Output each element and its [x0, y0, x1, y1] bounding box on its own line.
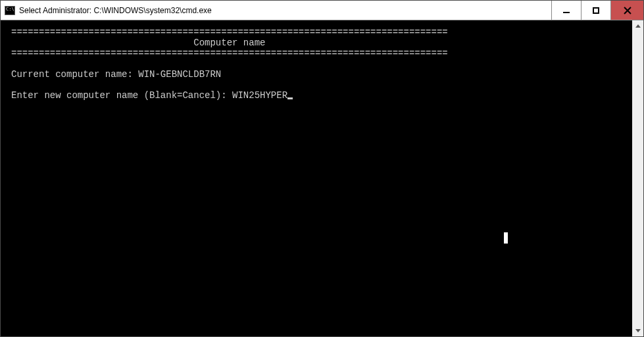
new-name-input[interactable]: WIN25HYPER: [232, 90, 287, 101]
window-controls: [551, 1, 643, 20]
close-icon: [624, 7, 632, 14]
divider-bottom: ========================================…: [11, 48, 448, 59]
window-title: Select Administrator: C:\WINDOWS\system3…: [19, 6, 551, 15]
scrollbar-track[interactable]: [632, 32, 643, 325]
new-name-prompt: Enter new computer name (Blank=Cancel):: [11, 90, 232, 101]
divider-top: ========================================…: [11, 27, 448, 38]
section-header-pad: [11, 38, 193, 48]
window-titlebar[interactable]: Select Administrator: C:\WINDOWS\system3…: [1, 1, 643, 20]
client-area: ========================================…: [1, 20, 643, 336]
chevron-down-icon: [635, 329, 641, 332]
scroll-down-button[interactable]: [632, 325, 643, 336]
cmd-icon: [5, 6, 15, 15]
mouse-text-cursor: [504, 232, 508, 244]
vertical-scrollbar[interactable]: [632, 20, 643, 336]
console-output[interactable]: ========================================…: [1, 20, 632, 336]
maximize-icon: [593, 7, 599, 14]
chevron-up-icon: [635, 24, 641, 28]
close-button[interactable]: [610, 1, 643, 20]
section-header: Computer name: [193, 38, 265, 48]
current-name-value: WIN-GEBNCLDB7RN: [138, 69, 221, 80]
maximize-button[interactable]: [581, 1, 610, 20]
scroll-up-button[interactable]: [632, 20, 643, 32]
text-cursor: [287, 97, 293, 99]
minimize-button[interactable]: [551, 1, 581, 20]
current-name-label: Current computer name:: [11, 69, 138, 80]
minimize-icon: [563, 12, 570, 13]
